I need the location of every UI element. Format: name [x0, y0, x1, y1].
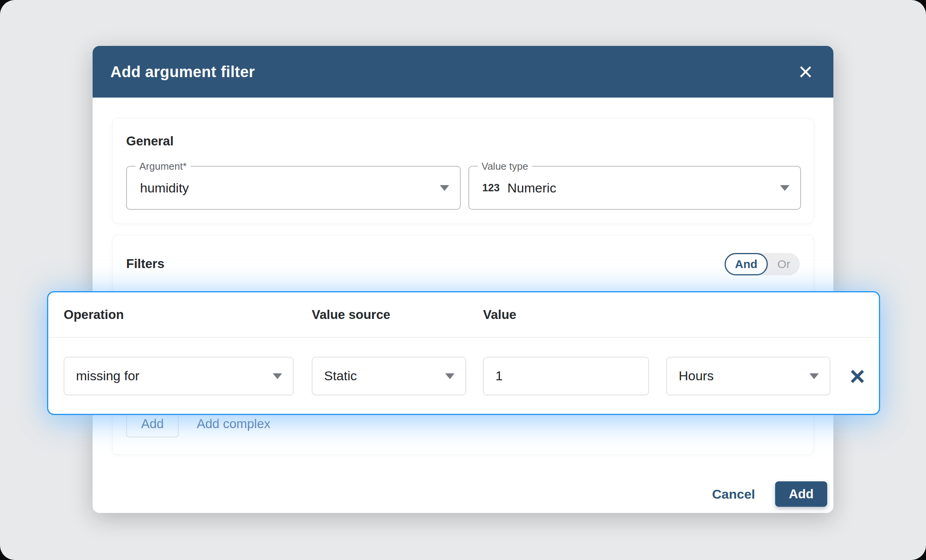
dialog-header: Add argument filter × [93, 46, 833, 98]
filters-heading: Filters [126, 256, 164, 271]
close-icon[interactable]: × [793, 60, 818, 83]
filter-row-controls: missing for Static Hours × [48, 338, 879, 414]
filter-row-header: Operation Value source Value [48, 292, 879, 337]
operation-value: missing for [76, 368, 139, 383]
operation-column-header: Operation [64, 292, 124, 337]
cancel-button[interactable]: Cancel [709, 487, 759, 502]
screenshot-frame: Add argument filter × General Argument* … [0, 0, 926, 560]
chevron-down-icon [273, 373, 282, 379]
value-input[interactable] [483, 357, 649, 395]
value-type-select[interactable]: Value type 123 Numeric [468, 166, 801, 210]
add-argument-filter-dialog: Add argument filter × General Argument* … [93, 46, 833, 513]
general-section: General Argument* humidity Value type 12… [112, 118, 814, 223]
and-or-toggle: And Or [725, 253, 800, 275]
dialog-actions: Cancel Add [709, 481, 828, 507]
toggle-and-button[interactable]: And [725, 253, 768, 275]
value-unit-value: Hours [679, 368, 714, 383]
toggle-or-button[interactable]: Or [768, 253, 800, 275]
add-button[interactable]: Add [775, 481, 827, 507]
general-heading: General [126, 134, 174, 148]
value-source-value: Static [324, 368, 357, 383]
chevron-down-icon [809, 373, 819, 379]
value-type-value: Numeric [507, 180, 556, 196]
value-column-header: Value [483, 292, 516, 337]
value-source-column-header: Value source [312, 292, 390, 337]
argument-select[interactable]: Argument* humidity [126, 166, 461, 210]
value-source-select[interactable]: Static [312, 357, 466, 395]
app-background: Add argument filter × General Argument* … [0, 0, 926, 560]
numeric-123-icon: 123 [482, 182, 500, 194]
operation-select[interactable]: missing for [64, 357, 294, 395]
argument-value: humidity [140, 180, 189, 196]
chevron-down-icon [780, 185, 789, 191]
chevron-down-icon [440, 185, 449, 191]
remove-filter-row-icon[interactable]: × [845, 363, 869, 389]
dialog-title: Add argument filter [110, 63, 255, 81]
value-unit-select[interactable]: Hours [666, 357, 830, 395]
filter-row-editor-popup: Operation Value source Value missing for… [47, 291, 880, 415]
chevron-down-icon [445, 373, 455, 379]
